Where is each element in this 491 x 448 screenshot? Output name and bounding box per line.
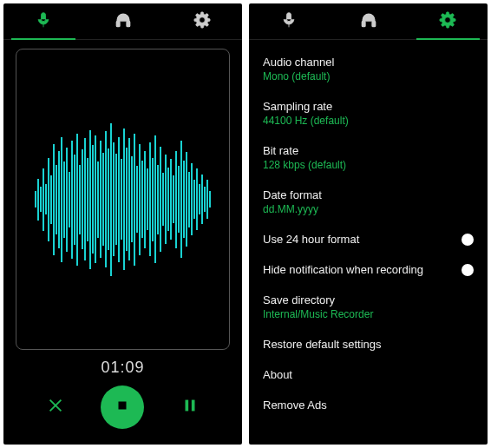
setting-sampling-rate[interactable]: Sampling rate 44100 Hz (default): [249, 91, 488, 135]
close-icon: [46, 396, 65, 418]
setting-label: About: [263, 368, 474, 381]
setting-value: 128 kbps (default): [263, 159, 474, 171]
svg-rect-2: [119, 402, 127, 410]
svg-rect-5: [362, 21, 364, 26]
tab-settings[interactable]: [162, 3, 242, 39]
setting-value: 44100 Hz (default): [263, 115, 474, 127]
recording-timer: 01:09: [101, 359, 144, 377]
svg-rect-1: [127, 21, 129, 26]
tab-record[interactable]: [3, 3, 83, 39]
setting-label: Audio channel: [263, 56, 474, 69]
setting-label: Sampling rate: [263, 100, 474, 113]
setting-use-24h[interactable]: Use 24 hour format: [249, 224, 488, 254]
tab-settings[interactable]: [408, 3, 488, 39]
setting-about[interactable]: About: [249, 359, 488, 390]
tab-playback[interactable]: [83, 3, 163, 39]
tab-bar-left: [3, 3, 242, 40]
recording-controls: [16, 382, 230, 438]
cancel-button[interactable]: [38, 390, 73, 425]
svg-rect-6: [372, 21, 375, 26]
record-area: 01:09: [3, 40, 242, 445]
recorder-screen: 01:09: [3, 3, 242, 445]
setting-value: Internal/Music Recorder: [263, 308, 474, 320]
setting-save-directory[interactable]: Save directory Internal/Music Recorder: [249, 285, 488, 329]
setting-label: Remove Ads: [263, 399, 474, 412]
pause-icon: [180, 396, 200, 418]
mic-icon: [280, 11, 298, 32]
setting-label: Restore default settings: [263, 338, 474, 351]
setting-label: Bit rate: [263, 144, 474, 157]
setting-restore-defaults[interactable]: Restore default settings: [249, 329, 488, 359]
setting-remove-ads[interactable]: Remove Ads: [249, 390, 488, 420]
setting-label: Save directory: [263, 293, 474, 306]
setting-bit-rate[interactable]: Bit rate 128 kbps (default): [249, 135, 488, 180]
stop-icon: [115, 398, 130, 417]
tab-bar-right: [249, 3, 488, 40]
svg-rect-3: [185, 400, 188, 412]
setting-label: Hide notification when recording: [263, 263, 462, 276]
settings-list: Audio channel Mono (default) Sampling ra…: [249, 40, 488, 445]
waveform: [16, 49, 229, 349]
svg-rect-0: [116, 21, 119, 26]
setting-date-format[interactable]: Date format dd.MM.yyyy: [249, 180, 488, 224]
setting-hide-notification[interactable]: Hide notification when recording: [249, 254, 488, 285]
setting-value: Mono (default): [263, 70, 474, 82]
stop-button[interactable]: [101, 385, 144, 429]
setting-label: Use 24 hour format: [263, 233, 462, 246]
setting-audio-channel[interactable]: Audio channel Mono (default): [249, 47, 488, 91]
headphones-icon: [360, 11, 377, 32]
setting-label: Date format: [263, 188, 474, 201]
pause-button[interactable]: [173, 390, 207, 425]
mic-icon: [35, 11, 52, 32]
waveform-container: [16, 49, 230, 350]
svg-rect-4: [192, 400, 195, 412]
settings-screen: Audio channel Mono (default) Sampling ra…: [249, 3, 488, 445]
setting-value: dd.MM.yyyy: [263, 203, 474, 215]
toggle-switch[interactable]: [462, 264, 474, 276]
tab-record[interactable]: [249, 3, 329, 39]
gear-icon: [193, 11, 211, 32]
headphones-icon: [115, 11, 132, 32]
gear-icon: [439, 11, 456, 32]
toggle-switch[interactable]: [462, 234, 474, 246]
tab-playback[interactable]: [329, 3, 409, 39]
